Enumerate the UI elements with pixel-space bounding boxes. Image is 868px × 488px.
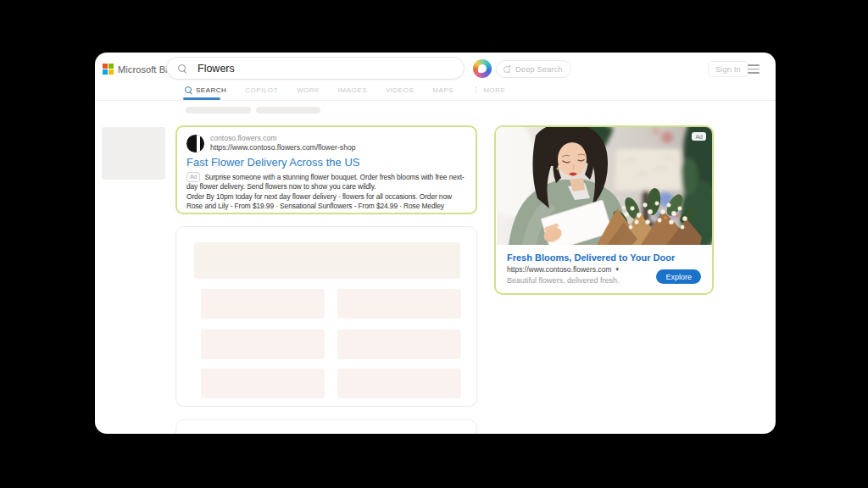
results-placeholder-card <box>175 226 477 407</box>
sidebar-placeholder-block <box>102 127 165 180</box>
ad-description-text: Surprise someone with a stunning flower … <box>186 173 465 191</box>
ad-description: AdSurprise someone with a stunning flowe… <box>186 172 466 211</box>
ad-display-domain: contoso.flowers.com <box>210 134 355 143</box>
tab-search-icon <box>185 86 192 94</box>
image-ad-card[interactable]: Ad Fresh Blooms, Delivered to Your Door … <box>494 125 714 295</box>
tab-videos[interactable]: VIDEOS <box>386 86 414 94</box>
copilot-icon[interactable] <box>473 59 492 78</box>
chevron-down-icon[interactable]: ▼ <box>615 267 620 272</box>
ad-info: Fresh Blooms, Delivered to Your Door htt… <box>496 245 712 293</box>
more-dots-icon: ⋮ <box>472 86 481 94</box>
sign-in-label: Sign In <box>715 64 741 74</box>
results-placeholder-card-bottom <box>175 419 477 434</box>
tab-images[interactable]: IMAGES <box>338 86 367 94</box>
text-ad-card[interactable]: contoso.flowers.com https://www.contoso.… <box>175 125 477 214</box>
placeholder-block <box>201 369 325 398</box>
placeholder-block <box>194 242 460 279</box>
explore-button[interactable]: Explore <box>656 269 701 284</box>
placeholder-block <box>201 289 325 319</box>
sign-in-button[interactable]: Sign In <box>708 61 748 77</box>
placeholder-block <box>337 330 461 359</box>
search-query-text[interactable]: Flowers <box>198 63 235 75</box>
placeholder-pill <box>256 107 320 114</box>
search-input[interactable]: Flowers <box>166 57 465 80</box>
tab-maps[interactable]: MAPS <box>432 86 453 94</box>
tab-search[interactable]: SEARCH <box>185 86 226 94</box>
ad-url: https://www.contoso.flowers.com/flower-s… <box>210 143 355 152</box>
deep-search-label: Deep Search <box>515 64 562 74</box>
ad-sitelinks: Rose and Lily - From $19.99 · Sensationa… <box>186 202 466 211</box>
header-divider <box>95 100 776 101</box>
browser-page: Microsoft Bing Flowers ✦ Deep Search Sig… <box>95 53 776 434</box>
ad-order-line: Order By 10pm today for next day flower … <box>186 192 466 202</box>
microsoft-logo-icon <box>103 64 114 75</box>
ad-badge: Ad <box>692 132 706 141</box>
placeholder-pill <box>186 107 251 114</box>
side-ad-title-link[interactable]: Fresh Blooms, Delivered to Your Door <box>507 252 701 263</box>
tab-copilot[interactable]: COPILOT <box>245 86 278 94</box>
ad-badge: Ad <box>186 172 200 182</box>
ad-title-link[interactable]: Fast Flower Delivery Across the US <box>186 156 466 169</box>
placeholder-block <box>337 289 461 319</box>
ad-header: contoso.flowers.com https://www.contoso.… <box>186 134 466 152</box>
placeholder-block <box>337 369 461 398</box>
tab-more[interactable]: ⋮ MORE <box>472 86 506 94</box>
placeholder-block <box>201 330 325 359</box>
deep-search-icon: ✦ <box>504 65 511 73</box>
search-icon <box>178 64 186 73</box>
menu-icon[interactable] <box>748 64 760 74</box>
deep-search-button[interactable]: ✦ Deep Search <box>496 60 571 78</box>
ad-photo: Ad <box>496 127 712 245</box>
contoso-favicon-icon <box>186 135 204 152</box>
ad-photo-illustration <box>496 127 712 245</box>
tab-work[interactable]: WORK <box>297 86 320 94</box>
nav-tabs: SEARCH COPILOT WORK IMAGES VIDEOS MAPS ⋮… <box>185 86 505 94</box>
